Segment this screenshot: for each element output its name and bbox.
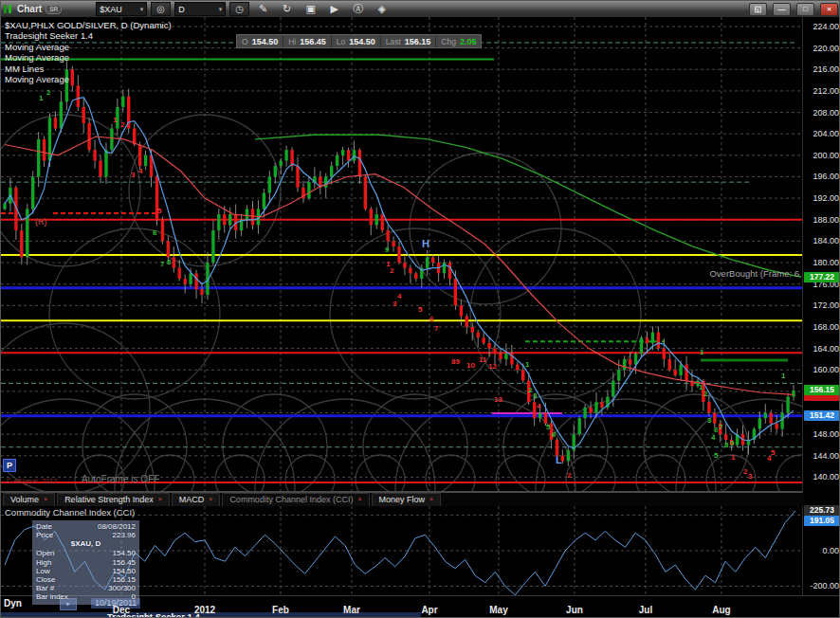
svg-text:7: 7 [719,423,723,431]
last-label: Last [386,37,401,46]
dyn-mode-label: Dyn [4,598,22,609]
ma-red-line [5,136,794,394]
restore-icon: ◱ [755,5,762,14]
clock-icon: ◷ [235,4,244,14]
tab-close-icon[interactable]: × [158,495,162,503]
time-axis-label: Jun [566,605,583,615]
low-value: 154.50 [349,37,375,46]
svg-text:2: 2 [703,390,708,398]
quote-strip: O154.50 Hi156.45 Lo154.50 Last156.15 Chg… [236,34,482,48]
autoframe-status: AutoFrame is OFF [82,474,159,484]
svg-text:1: 1 [781,372,786,380]
close-button[interactable]: × [820,3,838,16]
price-chart-svg: 1212345678(R)H912345678910111213123456L2… [1,17,802,491]
open-label: O [242,37,248,46]
refresh-icon: ↻ [283,3,291,15]
auto-tool-button[interactable]: Ⓐ [348,3,368,16]
symbol-select[interactable]: $XAU ▾ [96,2,147,16]
draw-tool-button[interactable]: ✎ [253,3,273,16]
svg-text:3: 3 [748,472,753,481]
interval-value: D [178,5,185,14]
tab-volume[interactable]: Volume× [3,493,55,506]
legend-mm-lines: MM Lines [5,64,172,74]
svg-text:9: 9 [385,245,390,254]
target-icon: ◎ [156,4,165,14]
study-legend: $XAU,PHLX GOLD/SILVER, D (Dynamic) Trade… [5,20,172,84]
tab-close-icon[interactable]: × [209,495,212,503]
price-axis[interactable]: 224.00220.00216.00212.00208.00204.00200.… [802,17,840,595]
change-label: Chg [441,37,456,46]
high-label: Hi [288,37,296,46]
eraser-icon: ◈ [377,3,385,15]
svg-text:5: 5 [771,448,776,457]
window-title: Chart [17,4,42,14]
tab-commodity-channel-index-cci-[interactable]: Commodity Channel Index (CCI)× [222,493,369,506]
restore-button[interactable]: ◱ [749,3,767,16]
price-tag: 156.15 [804,385,840,395]
symbol-lookup-button[interactable]: ◎ [151,2,171,16]
legend-ma2: Moving Average [5,52,172,63]
tab-close-icon[interactable]: × [357,495,361,503]
price-axis-label: 180.00 [813,258,839,267]
time-axis-label: 2012 [194,605,215,615]
svg-text:5: 5 [714,451,719,460]
svg-text:7: 7 [160,260,165,268]
svg-text:4: 4 [537,402,541,410]
tooltip-row: Bar index0 [36,592,136,601]
price-tag: 151.42 [804,410,840,421]
legend-symbol: $XAU,PHLX GOLD/SILVER, D (Dynamic) [5,20,172,30]
price-axis-label: 160.00 [813,365,839,374]
svg-text:7: 7 [434,324,439,333]
maximize-icon: □ [803,5,808,14]
refresh-tool-button[interactable]: ↻ [277,3,297,16]
price-axis-label: 168.00 [813,322,839,332]
tab-label: Commodity Channel Index (CCI) [229,495,353,504]
time-template-button[interactable]: ◷ [229,2,249,16]
change-value: 2.05 [460,37,477,46]
interval-select[interactable]: D ▾ [174,2,226,16]
svg-text:4: 4 [767,454,772,463]
pencil-icon: ✎ [259,3,267,15]
svg-text:2: 2 [567,471,572,480]
svg-text:3: 3 [533,391,538,400]
tab-close-icon[interactable]: × [44,495,47,503]
pivot-marker[interactable]: P [3,459,16,472]
tab-label: Relative Strength Index [64,495,154,504]
svg-text:2: 2 [390,266,394,275]
high-value: 156.45 [300,37,326,46]
replay-tool-button[interactable]: ▶ [324,3,344,16]
tooltip-row: High156.45 [36,558,136,567]
legend-seeker: Tradesight Seeker 1.4 [5,30,172,41]
price-axis-label: 172.00 [813,300,839,310]
price-axis-label: 204.00 [813,129,839,138]
notes-icon: ▣ [305,3,315,15]
eraser-tool-button[interactable]: ◈ [372,3,392,16]
tooltip-row: Open154.50 [36,549,136,557]
tab-money-flow[interactable]: Money Flow× [372,493,442,506]
close-icon: × [827,5,831,14]
title-bar: Chart SR $XAU ▾ ◎ D ▾ ◷ ✎ ↻ ▣ ▶ Ⓐ [1,1,840,17]
svg-text:1: 1 [525,360,530,369]
grid-layer [1,17,802,491]
svg-text:1: 1 [113,116,118,124]
last-value: 156.15 [405,37,431,46]
maximize-button[interactable]: □ [796,3,814,16]
tab-macd[interactable]: MACD× [172,493,221,506]
tab-relative-strength-index[interactable]: Relative Strength Index× [57,493,170,506]
svg-text:6: 6 [429,315,434,323]
tab-close-icon[interactable]: × [429,495,433,503]
window-badge: SR [46,5,62,14]
cci-axis-label: -200.00 [810,581,839,591]
svg-text:6: 6 [153,228,157,237]
price-tag: 177.22 [804,272,840,282]
svg-text:4: 4 [397,292,402,300]
svg-text:10: 10 [466,361,475,370]
time-axis-label: Mar [343,605,360,615]
price-chart[interactable]: 1212345678(R)H912345678910111213123456L2… [1,17,802,493]
tooltip-row: Low154.50 [36,567,136,575]
svg-text:1: 1 [731,453,736,462]
notes-tool-button[interactable]: ▣ [301,3,320,16]
minimize-button[interactable]: — [773,3,791,16]
time-axis-label: Feb [272,605,289,615]
svg-text:L: L [556,454,562,465]
